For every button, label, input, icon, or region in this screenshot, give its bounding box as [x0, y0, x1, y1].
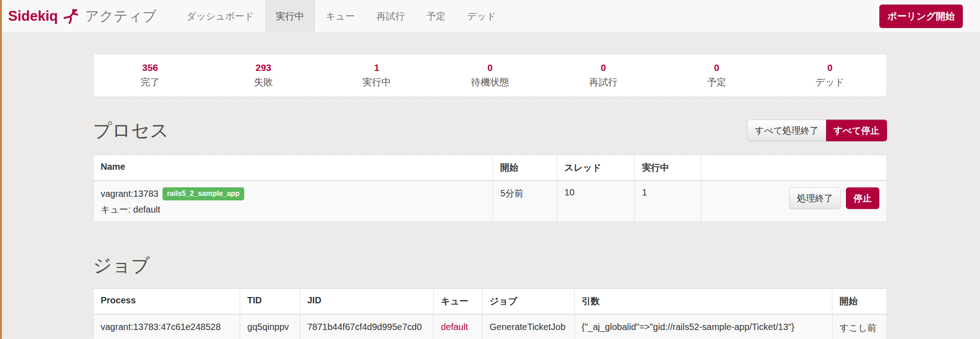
stat-processed-label: 完了 — [93, 76, 207, 88]
stat-enqueued[interactable]: 0 待機状態 — [433, 62, 547, 88]
stat-busy[interactable]: 1 実行中 — [320, 62, 433, 88]
job-queue-link[interactable]: default — [441, 322, 468, 332]
process-tag-badge: rails5_2_sample_app — [163, 187, 244, 200]
processes-table: Name 開始 スレッド 実行中 vagrant:13783rails5_2_s… — [93, 155, 887, 222]
quiet-all-button[interactable]: すべて処理終了 — [747, 120, 826, 141]
stat-enqueued-label: 待機状態 — [433, 76, 547, 88]
stat-enqueued-value: 0 — [433, 62, 547, 73]
main-content: 356 完了 293 失敗 1 実行中 0 待機状態 0 再試行 0 予定 0 … — [93, 54, 887, 339]
job-process-cell: vagrant:13783:47c61e248528 — [93, 314, 240, 339]
stat-dead-value: 0 — [773, 62, 887, 73]
jobs-section-header: ジョブ — [93, 255, 887, 276]
stat-retries-label: 再試行 — [547, 76, 660, 88]
job-queue-cell: default — [433, 314, 482, 339]
stat-failed[interactable]: 293 失敗 — [207, 62, 320, 88]
stat-scheduled-value: 0 — [660, 62, 773, 73]
nav-tab-dashboard[interactable]: ダッシュボード — [176, 0, 265, 33]
job-tid-cell: gq5qinppv — [240, 314, 300, 339]
col-header-threads: スレッド — [557, 155, 635, 181]
stat-busy-value: 1 — [320, 62, 433, 73]
process-started-cell: 5分前 — [493, 181, 557, 222]
nav-tab-busy[interactable]: 実行中 — [265, 0, 315, 33]
col-header-job-started: 開始 — [832, 289, 887, 315]
navbar: Sidekiq アクティブ ダッシュボード 実行中 キュー 再試行 予定 デッド… — [0, 0, 980, 33]
processes-header-row: Name 開始 スレッド 実行中 — [93, 155, 887, 181]
stat-scheduled-label: 予定 — [660, 76, 773, 88]
nav-tab-retries[interactable]: 再試行 — [366, 0, 416, 33]
nav-tab-queues[interactable]: キュー — [315, 0, 366, 33]
stat-failed-value: 293 — [207, 62, 320, 73]
job-jid-cell: 7871b44f67cf4d9d995e7cd0 — [300, 314, 433, 339]
process-threads-cell: 10 — [557, 181, 635, 222]
process-actions-cell: 処理終了 停止 — [701, 181, 887, 222]
process-name-cell: vagrant:13783rails5_2_sample_app キュー: de… — [93, 181, 493, 222]
stop-all-button[interactable]: すべて停止 — [826, 120, 887, 141]
col-header-process: Process — [93, 289, 240, 315]
brand-title: Sidekiq — [8, 8, 58, 24]
quiet-process-button[interactable]: 処理終了 — [789, 187, 841, 209]
nav-tabs: ダッシュボード 実行中 キュー 再試行 予定 デッド — [176, 0, 507, 33]
stop-process-button[interactable]: 停止 — [846, 187, 879, 209]
process-queues-label: キュー: — [101, 204, 131, 214]
process-row: vagrant:13783rails5_2_sample_app キュー: de… — [93, 181, 887, 222]
stat-busy-label: 実行中 — [320, 76, 433, 88]
col-header-queue: キュー — [433, 289, 482, 315]
stat-scheduled[interactable]: 0 予定 — [660, 62, 773, 88]
sidekiq-brand-link[interactable]: Sidekiq アクティブ — [8, 0, 157, 33]
jobs-table: Process TID JID キュー ジョブ 引数 開始 vagrant:13… — [93, 288, 887, 339]
job-args-cell: {"_aj_globalid"=>"gid://rails52-sample-a… — [574, 314, 832, 339]
process-queues-value: default — [133, 204, 160, 214]
col-header-tid: TID — [240, 289, 300, 315]
col-header-job: ジョブ — [482, 289, 574, 315]
col-header-busy: 実行中 — [635, 155, 701, 181]
stat-retries-value: 0 — [547, 62, 660, 73]
nav-tab-dead[interactable]: デッド — [456, 0, 507, 33]
job-row: vagrant:13783:47c61e248528 gq5qinppv 787… — [93, 314, 887, 339]
col-header-args: 引数 — [574, 289, 832, 315]
window-edge-strip — [0, 0, 2, 339]
processes-title: プロセス — [93, 121, 169, 141]
processes-global-actions: すべて処理終了 すべて停止 — [747, 120, 887, 141]
jobs-header-row: Process TID JID キュー ジョブ 引数 開始 — [93, 289, 887, 315]
job-class-cell: GenerateTicketJob — [482, 314, 574, 339]
process-name: vagrant:13783 — [101, 189, 158, 199]
stat-dead-label: デッド — [773, 76, 887, 88]
stat-processed-value: 356 — [93, 62, 207, 73]
job-started-cell: すこし前 — [832, 314, 887, 339]
stat-failed-label: 失敗 — [207, 76, 320, 88]
nav-tab-scheduled[interactable]: 予定 — [416, 0, 456, 33]
processes-section-header: プロセス すべて処理終了 すべて停止 — [93, 120, 887, 141]
brand-status: アクティブ — [85, 7, 157, 26]
start-polling-button[interactable]: ポーリング開始 — [879, 5, 963, 28]
jobs-title: ジョブ — [93, 255, 150, 276]
process-busy-cell: 1 — [635, 181, 701, 222]
col-header-jid: JID — [300, 289, 433, 315]
summary-stats-bar: 356 完了 293 失敗 1 実行中 0 待機状態 0 再試行 0 予定 0 … — [93, 54, 887, 97]
stat-dead[interactable]: 0 デッド — [773, 62, 887, 88]
stat-processed[interactable]: 356 完了 — [93, 62, 207, 88]
stat-retries[interactable]: 0 再試行 — [547, 62, 660, 88]
col-header-actions — [701, 155, 887, 181]
sidekiq-dancer-logo-icon — [63, 8, 79, 24]
col-header-name: Name — [93, 155, 493, 181]
col-header-started: 開始 — [493, 155, 557, 181]
